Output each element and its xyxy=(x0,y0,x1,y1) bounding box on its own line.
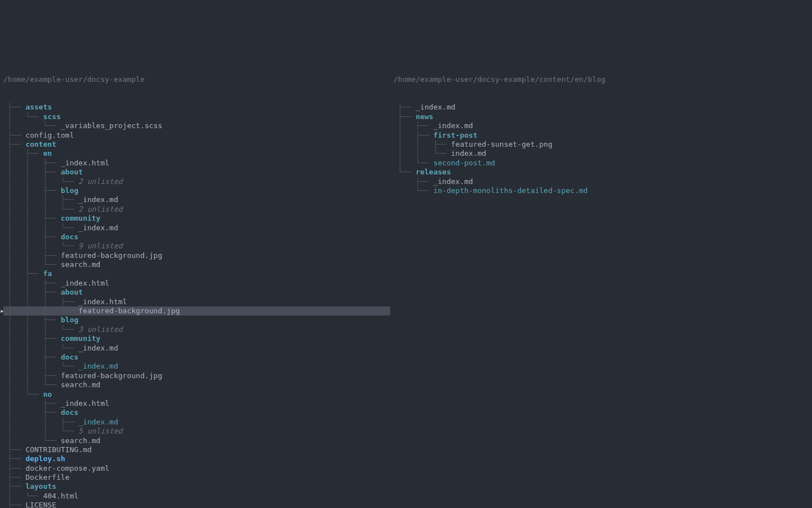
tree-row[interactable]: │ │ │ └── 2 unlisted xyxy=(0,205,390,214)
file-name[interactable]: search.md xyxy=(61,380,100,389)
tree-row[interactable]: │ │ ├── _index.html xyxy=(0,279,390,288)
tree-row[interactable]: ├── assets xyxy=(0,103,390,112)
file-name[interactable]: _index.html xyxy=(61,399,109,408)
tree-row[interactable]: │ │ ├── about xyxy=(0,288,390,297)
file-name[interactable]: second-post.md xyxy=(433,159,495,168)
file-name[interactable]: 404.html xyxy=(43,492,78,501)
tree-row[interactable]: │ ├── fa xyxy=(0,269,390,278)
right-panel[interactable]: /home/example-user/docsy-example/content… xyxy=(390,55,812,508)
tree-row[interactable]: ├── _index.md xyxy=(390,177,812,186)
tree-row[interactable]: │ ├── docs xyxy=(0,408,390,417)
tree-row[interactable]: │ │ │ ├── _index.md xyxy=(0,195,390,204)
folder-name[interactable]: assets xyxy=(25,103,52,112)
tree-row[interactable]: │ ├── first-post xyxy=(390,131,812,140)
folder-name[interactable]: scss xyxy=(43,112,60,121)
file-name[interactable]: LICENSE xyxy=(25,501,56,508)
file-name[interactable]: _index.md xyxy=(416,103,455,112)
tree-row[interactable]: │ └── search.md xyxy=(0,436,390,445)
tree-row[interactable]: │ └── _variables_project.scss xyxy=(0,121,390,130)
file-name[interactable]: _index.html xyxy=(78,297,127,306)
tree-row[interactable]: │ │ │ └── 9 unlisted xyxy=(0,242,390,251)
file-name[interactable]: index.md xyxy=(451,149,487,158)
tree-row[interactable]: │ ├── en xyxy=(0,149,390,158)
file-name[interactable]: in-depth-monoliths-detailed-spec.md xyxy=(433,186,588,195)
tree-row[interactable]: ├── _index.md xyxy=(390,103,812,112)
tree-row[interactable]: │ │ ├── _index.md xyxy=(0,418,390,427)
tree-row[interactable]: │ │ ├── docs xyxy=(0,353,390,362)
tree-row[interactable]: ├── CONTRIBUTING.md xyxy=(0,445,390,454)
tree-row[interactable]: │ │ │ └── _index.md xyxy=(0,344,390,353)
file-name[interactable]: featured-background.jpg xyxy=(61,251,162,260)
tree-row[interactable]: │ └── second-post.md xyxy=(390,159,812,168)
tree-row[interactable]: │ │ ├── featured-background.jpg xyxy=(0,371,390,380)
folder-name[interactable]: no xyxy=(43,390,52,399)
tree-row[interactable]: │ │ ├── _index.html xyxy=(0,159,390,168)
file-name[interactable]: _index.md xyxy=(78,224,118,233)
tree-row[interactable]: │ └── scss xyxy=(0,112,390,121)
folder-name[interactable]: community xyxy=(61,214,100,223)
tree-row[interactable]: ├── layouts xyxy=(0,482,390,491)
tree-row[interactable]: │ │ └── 5 unlisted xyxy=(0,427,390,436)
file-name[interactable]: docker-compose.yaml xyxy=(25,464,109,473)
tree-row[interactable]: │ │ │ └── _index.md xyxy=(0,224,390,233)
tree-row[interactable]: └── in-depth-monoliths-detailed-spec.md xyxy=(390,186,812,195)
file-name[interactable]: CONTRIBUTING.md xyxy=(25,445,91,454)
tree-row[interactable]: ├── content xyxy=(0,140,390,149)
tree-row[interactable]: │ │ ├── community xyxy=(0,214,390,223)
tree-row[interactable]: │ │ └── search.md xyxy=(0,260,390,269)
folder-name[interactable]: about xyxy=(61,168,83,177)
file-name[interactable]: search.md xyxy=(61,436,100,445)
folder-name[interactable]: releases xyxy=(416,168,451,177)
file-name[interactable]: _index.md xyxy=(433,177,473,186)
folder-name[interactable]: docs xyxy=(61,233,78,242)
tree-row[interactable]: │ │ ├── about xyxy=(0,168,390,177)
file-name[interactable]: _variables_project.scss xyxy=(61,121,162,130)
folder-name[interactable]: community xyxy=(61,334,100,343)
folder-name[interactable]: fa xyxy=(43,269,52,278)
file-name[interactable]: _index.html xyxy=(61,279,109,288)
file-name[interactable]: featured-sunset-get.png xyxy=(451,140,553,149)
right-tree[interactable]: ├── _index.md ├── news │ ├── _index.md │… xyxy=(390,103,812,195)
folder-name[interactable]: news xyxy=(416,112,433,121)
folder-name[interactable]: en xyxy=(43,149,52,158)
tree-row[interactable]: ├── LICENSE xyxy=(0,501,390,508)
file-name[interactable]: featured-background.jpg xyxy=(61,371,162,380)
folder-name[interactable]: about xyxy=(61,288,83,297)
tree-row[interactable]: │ │ ├── blog xyxy=(0,316,390,325)
file-name[interactable]: config.toml xyxy=(25,131,74,140)
tree-row[interactable]: │ └── 404.html xyxy=(0,492,390,501)
tree-row[interactable]: │ │ │ └── featured-background.jpg xyxy=(0,306,390,316)
file-name[interactable]: _index.html xyxy=(61,159,109,168)
folder-name[interactable]: docs xyxy=(61,408,78,417)
tree-row[interactable]: │ └── no xyxy=(0,390,390,399)
file-name[interactable]: _index.md xyxy=(78,344,118,353)
tree-row[interactable]: ├── news xyxy=(390,112,812,121)
tree-row[interactable]: │ │ ├── featured-sunset-get.png xyxy=(390,140,812,149)
file-name[interactable]: featured-background.jpg xyxy=(78,306,180,316)
tree-row[interactable]: ├── docker-compose.yaml xyxy=(0,464,390,473)
tree-row[interactable]: │ │ │ └── 3 unlisted xyxy=(0,325,390,334)
tree-row[interactable]: │ │ └── index.md xyxy=(390,149,812,158)
tree-row[interactable]: │ │ │ └── _index.md xyxy=(0,362,390,371)
folder-name[interactable]: blog xyxy=(61,186,78,195)
folder-name[interactable]: content xyxy=(25,140,56,149)
tree-row[interactable]: └── releases xyxy=(390,168,812,177)
folder-name[interactable]: first-post xyxy=(433,131,477,140)
file-name[interactable]: _index.md xyxy=(78,195,118,204)
file-name[interactable]: _index.md xyxy=(78,362,118,371)
file-name[interactable]: Dockerfile xyxy=(25,473,69,482)
file-name[interactable]: _index.md xyxy=(78,418,118,427)
tree-row[interactable]: │ │ │ ├── _index.html xyxy=(0,297,390,306)
left-tree[interactable]: ├── assets │ └── scss │ └── _variables_p… xyxy=(0,103,390,508)
tree-row[interactable]: │ ├── _index.html xyxy=(0,399,390,408)
file-name[interactable]: search.md xyxy=(61,260,100,269)
tree-row[interactable]: ├── config.toml xyxy=(0,131,390,140)
tree-row[interactable]: ├── Dockerfile xyxy=(0,473,390,482)
folder-name[interactable]: blog xyxy=(61,316,78,325)
tree-row[interactable]: │ │ │ └── 2 unlisted xyxy=(0,177,390,186)
file-name[interactable]: _index.md xyxy=(433,121,473,130)
folder-name[interactable]: layouts xyxy=(25,482,56,491)
file-name[interactable]: deploy.sh xyxy=(25,454,65,463)
tree-row[interactable]: │ │ └── search.md xyxy=(0,380,390,389)
tree-row[interactable]: │ │ ├── blog xyxy=(0,186,390,195)
